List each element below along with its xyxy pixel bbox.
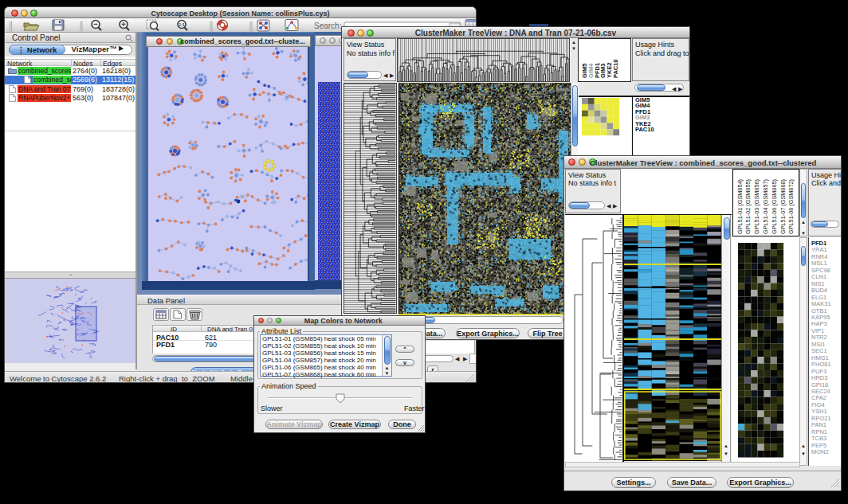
svg-text:GPL51-01 (GSM854): GPL51-01 (GSM854) xyxy=(736,179,744,234)
svg-text:Search:: Search: xyxy=(314,21,341,30)
svg-text:GPL51-04 (GSM857): GPL51-04 (GSM857) xyxy=(762,179,769,234)
svg-text:GPL51-08 (GSM872): GPL51-08 (GSM872) xyxy=(787,179,795,234)
svg-text:GPL51-07 (GSM868): GPL51-07 (GSM868) xyxy=(779,179,787,234)
svg-text:GPL51-03 (GSM856): GPL51-03 (GSM856) xyxy=(753,179,760,234)
svg-text:PAC10: PAC10 xyxy=(612,59,619,78)
svg-text:1:1: 1:1 xyxy=(179,22,184,27)
svg-text:GPL51-06 (GSM865): GPL51-06 (GSM865) xyxy=(771,179,778,234)
svg-text:GPL51-02 (GSM855): GPL51-02 (GSM855) xyxy=(744,179,752,234)
